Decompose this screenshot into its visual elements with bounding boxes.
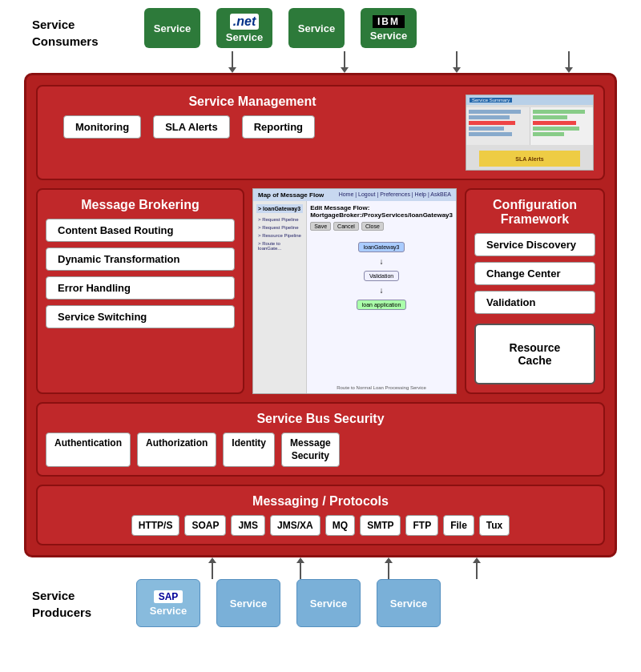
change-center[interactable]: Change Center bbox=[474, 262, 595, 285]
protocol-tux[interactable]: Tux bbox=[479, 515, 510, 536]
management-screenshot: Service Summary bbox=[466, 95, 594, 171]
content-based-routing[interactable]: Content Based Routing bbox=[46, 219, 235, 242]
consumer-service-1: Service bbox=[144, 8, 200, 48]
dynamic-transformation[interactable]: Dynamic Transformation bbox=[46, 247, 235, 271]
validation[interactable]: Validation bbox=[474, 291, 595, 314]
producer-service-2: Service bbox=[216, 579, 280, 627]
protocol-https[interactable]: HTTP/S bbox=[131, 515, 180, 536]
authorization[interactable]: Authorization bbox=[137, 433, 216, 467]
consumer-service-ibm: IBM Service bbox=[361, 8, 417, 48]
main-container: Service Management Monitoring SLA Alerts… bbox=[24, 73, 617, 557]
protocol-file[interactable]: File bbox=[443, 515, 474, 536]
protocol-mq[interactable]: MQ bbox=[325, 515, 355, 536]
producer-service-3: Service bbox=[296, 579, 361, 627]
bottom-connector-4 bbox=[473, 557, 481, 579]
bottom-connector-2 bbox=[296, 557, 304, 579]
protocol-jms[interactable]: JMS bbox=[231, 515, 265, 536]
monitoring-button[interactable]: Monitoring bbox=[63, 115, 141, 139]
configuration-framework-title: ConfigurationFramework bbox=[474, 198, 595, 227]
messaging-protocols-title: Messaging / Protocols bbox=[46, 494, 595, 509]
bottom-connector-3 bbox=[385, 557, 393, 579]
message-brokering-title: Message Brokering bbox=[46, 198, 235, 212]
consumer-service-dotnet: .net Service bbox=[216, 8, 272, 48]
protocol-soap[interactable]: SOAP bbox=[184, 515, 226, 536]
sla-alerts-button[interactable]: SLA Alerts bbox=[153, 115, 230, 139]
service-bus-security-section: Service Bus Security Authentication Auth… bbox=[36, 402, 605, 477]
service-management-section: Service Management Monitoring SLA Alerts… bbox=[36, 85, 605, 180]
top-connector-3 bbox=[453, 51, 461, 73]
message-security[interactable]: MessageSecurity bbox=[281, 433, 340, 467]
protocol-jmsxa[interactable]: JMS/XA bbox=[270, 515, 320, 536]
messaging-protocols-section: Messaging / Protocols HTTP/S SOAP JMS JM… bbox=[36, 485, 605, 545]
protocol-smtp[interactable]: SMTP bbox=[360, 515, 401, 536]
protocol-ftp[interactable]: FTP bbox=[405, 515, 438, 536]
identity[interactable]: Identity bbox=[223, 433, 275, 467]
reporting-button[interactable]: Reporting bbox=[242, 115, 315, 139]
service-switching[interactable]: Service Switching bbox=[46, 305, 235, 328]
service-bus-security-title: Service Bus Security bbox=[46, 412, 595, 426]
producer-service-sap: SAP Service bbox=[136, 579, 200, 627]
top-connector-1 bbox=[228, 51, 236, 73]
top-connector-4 bbox=[565, 51, 573, 73]
consumer-service-3: Service bbox=[288, 8, 345, 48]
resource-cache: ResourceCache bbox=[474, 324, 595, 384]
bottom-connector-1 bbox=[208, 557, 216, 579]
producer-service-4: Service bbox=[377, 579, 441, 627]
message-brokering-section: Message Brokering Content Based Routing … bbox=[36, 188, 244, 394]
broker-screenshot: Map of Message Flow Home | Logout | Pref… bbox=[252, 188, 457, 394]
consumers-label: ServiceConsumers bbox=[32, 8, 112, 50]
service-management-title: Service Management bbox=[47, 95, 458, 109]
authentication[interactable]: Authentication bbox=[46, 433, 131, 467]
configuration-framework-section: ConfigurationFramework Service Discovery… bbox=[465, 188, 605, 394]
producers-label: ServiceProducers bbox=[32, 579, 112, 621]
top-connector-2 bbox=[341, 51, 349, 73]
service-discovery[interactable]: Service Discovery bbox=[474, 233, 595, 256]
error-handling[interactable]: Error Handling bbox=[46, 276, 235, 300]
